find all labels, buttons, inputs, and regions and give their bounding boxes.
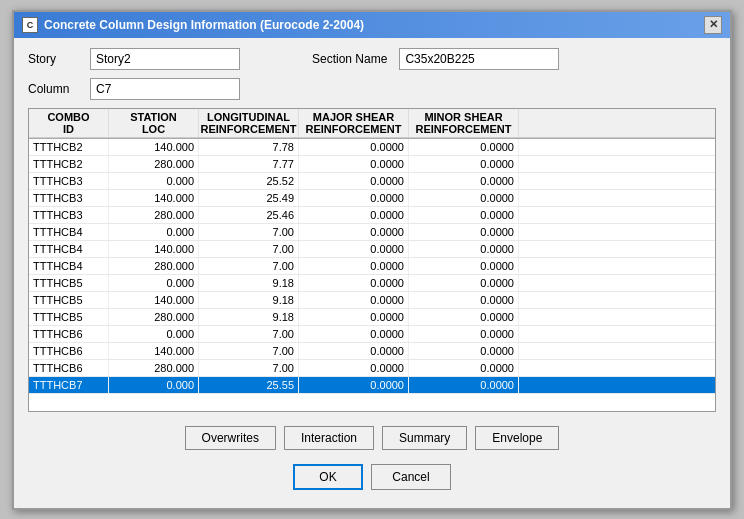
table-row[interactable]: TTTHCB5140.0009.180.00000.0000 — [29, 292, 715, 309]
th-station: STATION LOC — [109, 109, 199, 137]
column-row: Column — [28, 78, 716, 100]
app-icon: C — [22, 17, 38, 33]
table-row[interactable]: TTTHCB2140.0007.780.00000.0000 — [29, 139, 715, 156]
interaction-button[interactable]: Interaction — [284, 426, 374, 450]
table-row[interactable]: TTTHCB2280.0007.770.00000.0000 — [29, 156, 715, 173]
table-row[interactable]: TTTHCB6280.0007.000.00000.0000 — [29, 360, 715, 377]
table-row[interactable]: TTTHCB50.0009.180.00000.0000 — [29, 275, 715, 292]
table-headers: COMBO ID STATION LOC LONGITUDINAL REINFO… — [29, 109, 715, 139]
column-label: Column — [28, 82, 78, 96]
story-label: Story — [28, 52, 78, 66]
main-dialog: C Concrete Column Design Information (Eu… — [12, 10, 732, 510]
th-longitudinal: LONGITUDINAL REINFORCEMENT — [199, 109, 299, 137]
table-row[interactable]: TTTHCB70.00025.550.00000.0000 — [29, 377, 715, 394]
table-row[interactable]: TTTHCB5280.0009.180.00000.0000 — [29, 309, 715, 326]
table-row[interactable]: TTTHCB40.0007.000.00000.0000 — [29, 224, 715, 241]
action-buttons-row: Overwrites Interaction Summary Envelope — [28, 418, 716, 454]
header-row: COMBO ID STATION LOC LONGITUDINAL REINFO… — [29, 109, 715, 138]
table-row[interactable]: TTTHCB60.0007.000.00000.0000 — [29, 326, 715, 343]
data-table: COMBO ID STATION LOC LONGITUDINAL REINFO… — [28, 108, 716, 412]
table-row[interactable]: TTTHCB30.00025.520.00000.0000 — [29, 173, 715, 190]
column-input[interactable] — [90, 78, 240, 100]
dialog-body: Story Section Name Column COMBO ID STATI… — [14, 38, 730, 508]
section-label: Section Name — [312, 52, 387, 66]
table-row[interactable]: TTTHCB4140.0007.000.00000.0000 — [29, 241, 715, 258]
th-spacer — [519, 109, 715, 137]
table-row[interactable]: TTTHCB3140.00025.490.00000.0000 — [29, 190, 715, 207]
th-minor-shear: MINOR SHEAR REINFORCEMENT — [409, 109, 519, 137]
section-input[interactable] — [399, 48, 559, 70]
confirm-buttons-row: OK Cancel — [28, 460, 716, 498]
summary-button[interactable]: Summary — [382, 426, 467, 450]
table-body[interactable]: TTTHCB2140.0007.780.00000.0000TTTHCB2280… — [29, 139, 715, 411]
close-button[interactable]: ✕ — [704, 16, 722, 34]
th-combo: COMBO ID — [29, 109, 109, 137]
dialog-title: Concrete Column Design Information (Euro… — [44, 18, 364, 32]
overwrites-button[interactable]: Overwrites — [185, 426, 276, 450]
table-row[interactable]: TTTHCB4280.0007.000.00000.0000 — [29, 258, 715, 275]
title-bar: C Concrete Column Design Information (Eu… — [14, 12, 730, 38]
ok-button[interactable]: OK — [293, 464, 363, 490]
title-bar-left: C Concrete Column Design Information (Eu… — [22, 17, 364, 33]
table-row[interactable]: TTTHCB6140.0007.000.00000.0000 — [29, 343, 715, 360]
cancel-button[interactable]: Cancel — [371, 464, 451, 490]
table-row[interactable]: TTTHCB3280.00025.460.00000.0000 — [29, 207, 715, 224]
envelope-button[interactable]: Envelope — [475, 426, 559, 450]
story-input[interactable] — [90, 48, 240, 70]
story-row: Story Section Name — [28, 48, 716, 70]
th-major-shear: MAJOR SHEAR REINFORCEMENT — [299, 109, 409, 137]
